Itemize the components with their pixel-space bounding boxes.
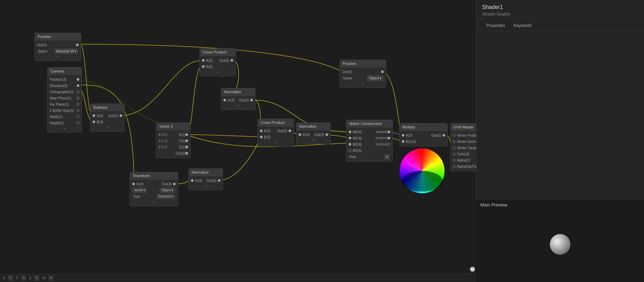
port-norm2-in[interactable] [299,133,301,136]
port-pos2-out[interactable] [381,70,384,73]
port-cp2-out[interactable] [289,129,291,132]
node-normalize3[interactable]: Normalize In(3) Out(3) ▾ [188,168,223,190]
node-crossproduct1[interactable]: Cross Product A(3) Out(3) B(3) ▾ [199,48,236,76]
port-subtract-out[interactable] [119,114,122,117]
port-v3-y[interactable] [165,139,167,142]
node-normalize1-header: Normalize [221,88,255,96]
port-cp2-a-in[interactable] [260,129,263,132]
node-unlit-master-header: Unlit Master [451,124,476,131]
node-transform-expand[interactable]: ▾ [130,200,178,204]
canvas-area[interactable]: Position Out(3) Space Absolute W ▾ ▾ Cam… [0,0,476,282]
node-subtract-expand[interactable]: ▾ [90,125,124,130]
node-vector3[interactable]: Vector 3 X 0 X(1) Y 1 Y(1) Z 0 Z(1) [156,123,191,158]
node-normalize2[interactable]: Normalize In(3) Out(3) ▾ [296,123,331,144]
tab-properties[interactable]: Properties [482,21,509,31]
port-v3-yout[interactable] [185,139,188,142]
node-crossproduct2[interactable]: Cross Product A(3) Out(3) B(3) ▾ [257,119,294,147]
port-mc-2x2-out[interactable] [388,143,390,146]
port-v3-xout[interactable] [185,133,188,136]
port-norm1-in[interactable] [223,99,226,101]
port-norm2-out[interactable] [325,133,328,136]
port-mc-4x4-out[interactable] [388,130,390,133]
port-transform-in[interactable] [132,183,135,185]
port-camera-far[interactable] [77,103,79,106]
port-mul-b-in[interactable] [402,140,404,143]
node-matrix-construction[interactable]: Matrix Construction M0(4) 4x4(4x4) M1(4)… [346,120,393,162]
right-panel-tabs: Properties Keywords [477,18,644,31]
node-position2-space-dropdown[interactable]: Object ▾ [367,76,383,81]
port-norm3-out[interactable] [218,179,221,182]
node-camera-expand[interactable]: ▾ [48,126,81,131]
port-mc-m1-in[interactable] [349,137,351,139]
node-norm2-expand[interactable]: ▾ [296,138,330,143]
node-cp2-expand[interactable]: ▾ [258,140,293,145]
node-matrix-construction-header: Matrix Construction [347,120,392,127]
node-position2[interactable]: Position Out(3) Space Object ▾ ▾ [340,60,386,88]
node-position1-header: Position [35,33,81,40]
port-norm3-in[interactable] [191,179,194,182]
tab-keywords[interactable]: Keywords [509,21,536,31]
port-um-aclip-in[interactable] [453,165,456,168]
port-um-vtang-in[interactable] [453,146,456,149]
port-norm1-out[interactable] [250,99,253,101]
color-wheel [400,148,445,193]
node-subtract[interactable]: Subtract A(3) Out(3) B(3) ▾ [90,104,125,132]
bottom-bar: X 0 Y 0 Z 0 W 0 [0,274,476,282]
node-subtract-header: Subtract [90,104,124,111]
port-v3-zout[interactable] [185,146,188,148]
preview-sphere [550,234,570,255]
node-normalize1[interactable]: Normalize In(3) Out(3) ▾ [221,88,255,110]
port-mc-m3-in[interactable] [349,149,351,152]
port-subtract-b-in[interactable] [92,120,95,123]
port-um-alpha-in[interactable] [453,159,456,162]
node-norm1-expand[interactable]: ▾ [221,103,255,108]
port-transform-out[interactable] [173,183,176,185]
main-preview: Main Preview [476,199,644,282]
port-v3-z[interactable] [165,146,167,148]
port-camera-width[interactable] [77,115,79,118]
port-camera-near[interactable] [77,97,79,99]
port-v3-out[interactable] [185,152,188,155]
port-mc-m2-in[interactable] [349,143,351,146]
node-transform-type-dropdown[interactable]: Direction ▾ [157,194,175,199]
node-transform-object-dropdown[interactable]: Object ▾ [160,188,175,193]
node-position1-out-label: Out(3) [37,43,76,47]
port-cp1-b-in[interactable] [202,65,205,68]
node-cp1-expand[interactable]: ▾ [200,70,235,75]
port-v3-x[interactable] [165,133,167,136]
port-cp1-a-in[interactable] [202,59,205,62]
node-position1-space-dropdown[interactable]: Absolute W ▾ [55,49,78,54]
node-unlit-master[interactable]: Unlit Master Vertex Position(3) Vertex N… [450,123,476,171]
node-normalize2-header: Normalize [296,123,330,130]
node-position1[interactable]: Position Out(3) Space Absolute W ▾ ▾ [35,33,81,61]
port-mul-a-in[interactable] [402,134,404,137]
port-um-vnorm-in[interactable] [453,140,456,143]
node-mc-row-dropdown[interactable]: ▾ [384,154,390,159]
node-camera-header: Camera [48,68,81,75]
node-transform[interactable]: Transform In(3) Out(3) World ▾ → Object … [130,172,178,206]
port-camera-direction[interactable] [77,84,79,87]
port-cp1-out[interactable] [231,59,233,62]
port-mc-3x3-out[interactable] [388,137,390,139]
node-transform-world-dropdown[interactable]: World ▾ [133,188,147,193]
port-mul-out[interactable] [442,134,445,137]
shader-subtitle: Shader Graphs [482,12,638,17]
port-subtract-a-in[interactable] [92,114,95,117]
port-camera-zbuffer[interactable] [77,109,79,112]
port-cp2-b-in[interactable] [260,136,263,138]
node-position2-header: Position [340,60,386,67]
node-multiply-header: Multiply [400,124,447,131]
node-norm3-expand[interactable]: ▾ [189,184,223,188]
node-position2-expand[interactable]: ▾ [340,81,386,86]
node-normalize3-header: Normalize [189,169,223,176]
port-um-vpos-in[interactable] [453,134,456,137]
port-um-color-in[interactable] [453,153,456,155]
port-camera-ortho[interactable] [77,90,79,93]
port-camera-height[interactable] [77,121,79,124]
port-camera-position[interactable] [77,78,79,81]
node-camera[interactable]: Camera Position(3) Direction(3) Orthogra… [47,67,82,133]
node-position1-expand[interactable]: ▾ [35,54,81,59]
node-multiply[interactable]: Multiply A(3) Out(3) B(3x3) [399,123,448,146]
port-mc-m0-in[interactable] [349,130,351,133]
port-position1-out[interactable] [76,43,79,46]
